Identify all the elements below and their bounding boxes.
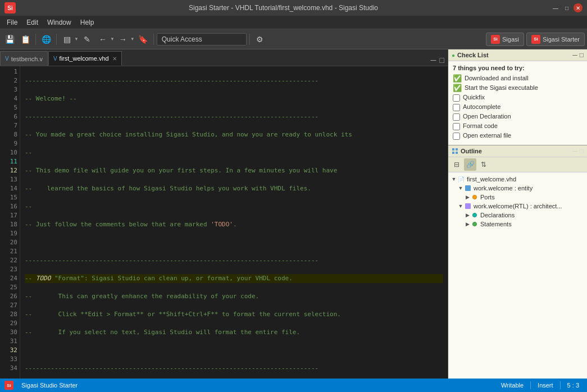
outline-title: Outline [452,148,572,154]
outline-toolbar: ⊟ 🔗 ⇅ [448,157,587,172]
checklist-item-1: ✅ Start the Sigasi executable [453,84,583,92]
expand-file[interactable]: ▼ [451,176,457,183]
toolbar: 💾 📋 🌐 ▤ ▼ ✎ ← ▼ → ▼ 🔖 ⚙ Si Sigasi Si Sig… [0,29,587,49]
menu-window[interactable]: Window [43,17,76,28]
checklist-maximize-button[interactable]: □ [580,51,584,59]
right-panels: ● Check List ─ □ 7 things you need to tr… [448,49,587,379]
checklist-item-3: Autocomplete [453,103,583,111]
nav-back-arrow[interactable]: ▼ [110,37,115,42]
checklist-checkbox-3[interactable] [453,104,460,111]
code-editor[interactable]: 1 2 3 4 5 6 7 8 9 10 11 12 13 14 15 16 1… [0,66,448,379]
ports-icon [471,193,479,201]
toolbar-separator-4 [249,34,250,45]
outline-body: ▼ 📄 first_welcome.vhd ▼ work.welcome : e… [448,172,587,379]
tab-minimize-icon[interactable]: ─ [430,54,438,66]
checklist-subtitle: 7 things you need to try: [453,65,583,71]
window-title: Sigasi Starter - VHDL Tutorial/first_wel… [16,4,551,12]
outline-declarations-node[interactable]: ▶ Declarations [448,211,587,220]
sigasi-logo-1: Si [491,35,500,44]
tab-bar: V testbench.v V first_welcome.vhd ✕ ─ □ [0,49,448,66]
sigasi-perspective-button[interactable]: Si Sigasi [486,33,524,46]
sigasi-logo-2: Si [531,35,540,44]
status-insert-mode: Insert [534,382,557,389]
close-button[interactable]: ✕ [574,3,583,12]
svg-rect-3 [456,152,458,154]
outline-ports-node[interactable]: ▶ Ports [448,193,587,202]
save-button[interactable]: 💾 [2,32,17,47]
run-group: ▤ ▼ [60,32,79,47]
outline-sort-button[interactable]: ⇅ [477,158,490,171]
nav-back-group: ← ▼ [95,32,115,47]
window-controls: — □ ✕ [551,3,583,12]
tab-icon-testbench: V [5,56,9,62]
quick-access-input[interactable] [157,33,247,45]
tab-label-testbench: testbench.v [11,56,43,62]
tab-maximize-icon[interactable]: □ [439,54,445,66]
run-arrow[interactable]: ▼ [74,37,79,42]
bookmark-button[interactable]: 🔖 [136,32,151,47]
app-logo: Si [4,2,16,13]
preferences-button[interactable]: ⚙ [253,32,267,47]
nav-back-button[interactable]: ← [95,32,110,47]
checklist-checkbox-2[interactable] [453,94,460,102]
outline-minimize-button[interactable]: ─ [572,147,577,155]
outline-collapse-button[interactable]: ⊟ [451,158,463,171]
file-icon: 📄 [457,175,465,183]
status-app-name: Sigasi Studio Starter [18,382,81,389]
checklist-checkbox-4[interactable] [453,113,460,121]
entity-icon [464,184,472,192]
outline-maximize-button[interactable]: □ [580,147,584,155]
sigasi-starter-button[interactable]: Si Sigasi Starter [526,33,585,46]
toolbar-separator-1 [35,34,36,45]
outline-file-node[interactable]: ▼ 📄 first_welcome.vhd [448,175,587,184]
svg-rect-1 [456,148,458,151]
main-content: V testbench.v V first_welcome.vhd ✕ ─ □ … [0,49,587,379]
checklist-minimize-button[interactable]: ─ [572,51,577,59]
outline-statements-node[interactable]: ▶ Statements [448,220,587,229]
checklist-checkbox-6[interactable] [453,133,460,140]
tab-label-first-welcome: first_welcome.vhd [60,55,109,62]
run-button[interactable]: ▤ [60,32,74,47]
checklist-label-5: Format code [463,122,498,129]
checklist-panel: ● Check List ─ □ 7 things you need to tr… [448,49,587,145]
checklist-title: Check List [457,52,572,58]
checklist-header: ● Check List ─ □ [448,49,587,61]
menu-file[interactable]: File [2,17,22,28]
open-type-button[interactable]: 🌐 [39,32,53,47]
checklist-checkbox-5[interactable] [453,123,460,130]
outline-arch-node[interactable]: ▼ work.welcome(RTL) : architect... [448,202,587,211]
minimize-button[interactable]: — [551,3,560,12]
expand-ports[interactable]: ▶ [464,194,471,200]
nav-forward-arrow[interactable]: ▼ [130,37,135,42]
expand-arch[interactable]: ▼ [457,203,464,209]
checklist-item-5: Format code [453,122,583,130]
tab-testbench[interactable]: V testbench.v [0,51,48,66]
code-content[interactable]: ----------------------------------------… [20,66,448,379]
menu-bar: File Edit Window Help [0,16,587,29]
svg-rect-0 [452,148,454,151]
outline-entity-node[interactable]: ▼ work.welcome : entity [448,184,587,193]
outline-link-editor-button[interactable]: 🔗 [464,158,476,171]
tab-close-first-welcome[interactable]: ✕ [112,56,117,62]
status-separator-1 [530,381,531,389]
nav-forward-button[interactable]: → [116,32,130,47]
declarations-icon [471,211,479,219]
statements-icon [471,220,479,228]
expand-entity[interactable]: ▼ [457,185,464,192]
save-all-button[interactable]: 📋 [18,32,33,47]
expand-statements[interactable]: ▶ [464,221,471,227]
status-logo: Si [4,381,13,390]
menu-help[interactable]: Help [76,17,99,28]
tab-first-welcome[interactable]: V first_welcome.vhd ✕ [48,51,122,66]
svg-rect-2 [452,152,454,154]
outline-declarations-label: Declarations [480,212,515,218]
checklist-controls: ─ □ [572,51,584,59]
edit-button[interactable]: ✎ [80,32,94,47]
editor-area: V testbench.v V first_welcome.vhd ✕ ─ □ … [0,49,448,379]
status-bar: Si Sigasi Studio Starter Writable Insert… [0,379,587,392]
expand-declarations[interactable]: ▶ [464,212,471,218]
menu-edit[interactable]: Edit [22,17,43,28]
toolbar-separator-3 [153,34,154,45]
maximize-button[interactable]: □ [562,3,571,12]
status-right: Writable Insert 5 : 3 [498,381,583,389]
